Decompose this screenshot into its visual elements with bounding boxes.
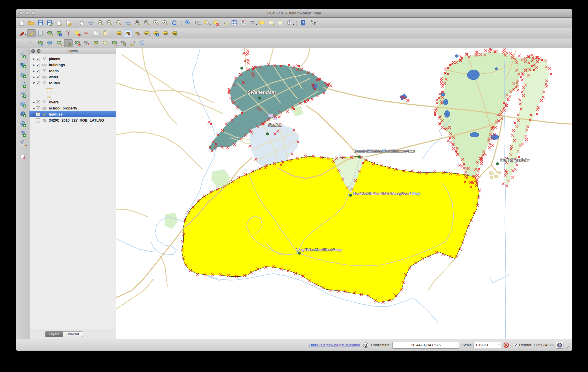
pan-to-selection-button[interactable] — [87, 19, 95, 27]
panel-close-icon[interactable]: ✕ — [31, 49, 35, 53]
toggle-editing-button[interactable] — [27, 29, 36, 37]
layer-row-rivers[interactable]: ▶✓rivers — [29, 99, 116, 105]
dropdown-caret-icon[interactable]: ▾ — [25, 34, 26, 36]
layers-panel-header[interactable]: ✕ ❐ Layers — [29, 48, 116, 54]
add-raster-layer-button[interactable] — [19, 61, 27, 69]
layer-visibility-checkbox[interactable]: ✓ — [36, 81, 40, 85]
reshape-features-button[interactable] — [92, 39, 100, 47]
save-project-button[interactable] — [36, 19, 45, 27]
zoom-full-button[interactable]: ★ — [124, 19, 132, 27]
title-bar[interactable]: QGIS 2.0.1-Dufour – basic_map — [16, 9, 572, 18]
add-feature-button[interactable]: ★ — [45, 29, 54, 37]
zoom-in-button[interactable]: + — [96, 19, 105, 27]
layer-label[interactable]: water — [49, 75, 58, 79]
offset-curve-button[interactable] — [101, 39, 110, 47]
layer-row-water[interactable]: ▶✓water — [29, 74, 116, 80]
coordinate-input[interactable]: 20.4470,-34.0575 — [392, 342, 459, 349]
add-spatialite-layer-button[interactable] — [19, 81, 27, 89]
add-ring-button[interactable]: ★ — [55, 39, 63, 47]
layer-label[interactable]: school_property — [49, 106, 77, 110]
add-wfs-layer-button[interactable] — [19, 120, 27, 128]
expander-icon[interactable]: ▶ — [32, 64, 36, 66]
show-hide-labels-button[interactable]: abc — [142, 29, 151, 37]
text-annotation-button[interactable]: T▾ — [285, 19, 294, 27]
expander-icon[interactable]: ▶ — [32, 107, 36, 110]
merge-features-button[interactable] — [129, 39, 137, 47]
expander-icon[interactable]: ▶ — [32, 57, 36, 60]
rotate-label-button[interactable]: abc↻ — [161, 29, 169, 37]
select-by-expression-button[interactable]: ε — [221, 19, 229, 27]
panel-float-icon[interactable]: ❐ — [37, 49, 40, 53]
field-calculator-button[interactable] — [239, 19, 248, 27]
expander-icon[interactable]: ▼ — [32, 82, 36, 85]
run-feature-action-button[interactable]: ▾ — [193, 19, 201, 27]
add-postgis-layer-button[interactable] — [19, 71, 27, 79]
new-plugin-link[interactable]: There is a new plugin available — [308, 343, 360, 347]
dropdown-caret-icon[interactable]: ▾ — [293, 23, 294, 26]
copy-features-button[interactable] — [92, 29, 100, 37]
add-delimited-text-layer-button[interactable]: 9 — [19, 130, 27, 138]
current-edits-button[interactable]: ▾ — [18, 29, 26, 37]
layer-visibility-checkbox[interactable] — [36, 118, 40, 122]
measure-button[interactable]: ▾ — [248, 19, 257, 27]
layer-label[interactable]: roads — [49, 69, 59, 73]
layer-visibility-checkbox[interactable]: ✓ — [36, 57, 40, 61]
cut-features-button[interactable]: ✂ — [82, 29, 91, 37]
plugin-icon[interactable] — [363, 342, 369, 348]
delete-part-button[interactable] — [82, 39, 91, 47]
layer-label[interactable]: landuse — [49, 112, 62, 116]
layer-row-landuse[interactable]: ▶✓landuse — [29, 111, 116, 117]
node-tool-button[interactable] — [64, 29, 73, 37]
paste-features-button[interactable] — [101, 29, 110, 37]
open-project-button[interactable] — [27, 19, 36, 27]
dropdown-caret-icon[interactable]: ▾ — [26, 144, 27, 146]
deselect-all-button[interactable] — [211, 19, 220, 27]
map-tips-button[interactable] — [258, 19, 266, 27]
dropdown-caret-icon[interactable]: ▾ — [256, 23, 257, 26]
panel-tab-layers[interactable]: Layers — [45, 331, 63, 337]
add-vector-layer-button[interactable] — [19, 51, 27, 59]
new-project-button[interactable] — [18, 19, 26, 27]
layer-label[interactable]: buildings — [49, 63, 65, 67]
help-button[interactable]: ? — [299, 19, 308, 27]
open-attribute-table-button[interactable] — [230, 19, 238, 27]
redo-button[interactable]: ↷ — [27, 39, 36, 47]
scale-combobox[interactable]: 1:19951 ▾ — [474, 342, 501, 348]
layer-labeling-options-button[interactable]: abc — [114, 29, 123, 37]
delete-ring-button[interactable] — [73, 39, 82, 47]
add-part-button[interactable]: ★ — [64, 39, 73, 47]
expander-icon[interactable]: ▶ — [32, 113, 36, 116]
resize-grip[interactable] — [566, 346, 570, 350]
layer-visibility-checkbox[interactable]: ✓ — [36, 112, 40, 116]
expander-icon[interactable]: ▶ — [32, 70, 36, 72]
crs-status-button[interactable] — [556, 342, 563, 349]
save-project-as-button[interactable] — [45, 19, 54, 27]
close-button[interactable] — [19, 11, 23, 15]
new-shapefile-layer-button[interactable]: ★▾ — [19, 140, 27, 148]
pin-unpin-labels-button[interactable]: ab — [124, 29, 132, 37]
add-wcs-layer-button[interactable] — [19, 110, 27, 118]
select-features-button[interactable]: ▾ — [202, 19, 211, 27]
dropdown-caret-icon[interactable]: ▾ — [200, 23, 201, 26]
move-feature-button[interactable] — [55, 29, 63, 37]
composer-manager-button[interactable] — [64, 19, 73, 27]
dropdown-caret-icon[interactable]: ▾ — [210, 23, 211, 26]
layer-label[interactable]: 3420C_2010_327_RGB_LATLNG — [49, 118, 104, 122]
minimize-button[interactable] — [25, 11, 29, 15]
map-canvas[interactable]: SwellendamRailtonBontebok National Park … — [116, 48, 572, 339]
layer-row-3420C_2010_327_RGB_LATLNG[interactable]: 3420C_2010_327_RGB_LATLNG — [29, 117, 116, 123]
layer-row-routes[interactable]: ▼✓routes — [29, 80, 116, 86]
highlight-pinned-labels-button[interactable]: ab — [133, 29, 142, 37]
new-bookmark-button[interactable]: ★ — [267, 19, 275, 27]
expander-icon[interactable]: ▶ — [32, 76, 36, 79]
zoom-last-button[interactable]: ◂ — [151, 19, 160, 27]
add-mssql-layer-button[interactable] — [19, 90, 27, 98]
layer-label[interactable]: places — [49, 57, 60, 61]
render-checkbox[interactable]: ✓ — [514, 343, 518, 347]
delete-selected-button[interactable] — [73, 29, 82, 37]
zoom-to-layer-button[interactable]: ▤ — [142, 19, 151, 27]
scale-dropdown-icon[interactable]: ▾ — [497, 342, 501, 348]
layer-visibility-checkbox[interactable]: ✓ — [36, 106, 40, 110]
move-label-button[interactable]: abc — [151, 29, 160, 37]
refresh-map-button[interactable] — [170, 19, 179, 27]
